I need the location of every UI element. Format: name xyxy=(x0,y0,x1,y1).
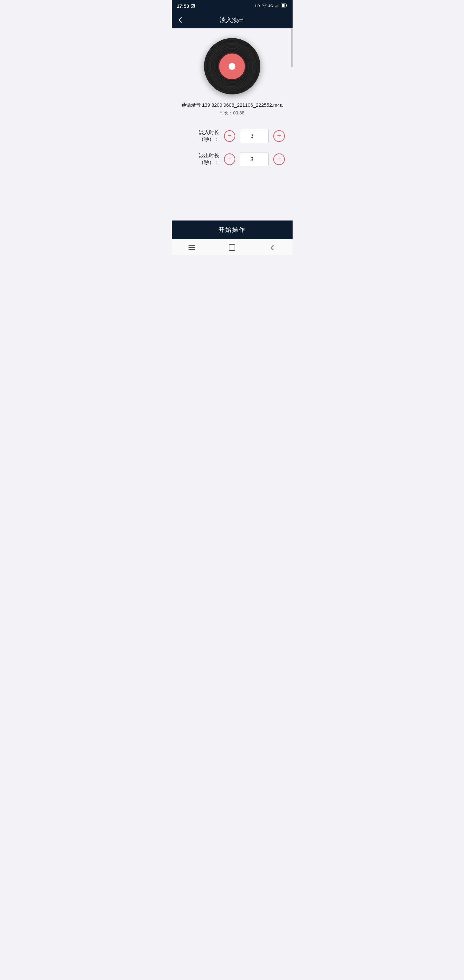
wifi-icon xyxy=(262,3,267,8)
status-time: 17:53 xyxy=(177,3,189,9)
fade-out-increment-button[interactable]: + xyxy=(273,153,284,165)
menu-icon xyxy=(189,245,195,250)
fade-out-input[interactable] xyxy=(240,152,269,166)
svg-rect-4 xyxy=(279,3,280,7)
file-duration: 时长：00:38 xyxy=(219,110,244,116)
vinyl-record-container xyxy=(204,38,261,94)
bottom-nav xyxy=(172,239,292,255)
network-label: 4G xyxy=(269,4,273,8)
status-bar: 17:53 🖼 HD 4G xyxy=(172,0,292,12)
fade-in-label: 淡入时长（秒）： xyxy=(180,129,220,143)
minus-icon: − xyxy=(227,132,232,139)
vinyl-record xyxy=(204,38,261,94)
file-name: 通话录音 139 8200 9608_221106_222552.m4a xyxy=(181,102,283,108)
menu-nav-button[interactable] xyxy=(184,242,200,253)
svg-rect-0 xyxy=(275,6,275,7)
fade-in-row: 淡入时长（秒）： − + xyxy=(180,129,285,143)
status-left: 17:53 🖼 xyxy=(177,3,195,9)
fade-out-row: 淡出时长（秒）： − + xyxy=(180,152,285,166)
fade-in-increment-button[interactable]: + xyxy=(273,130,284,142)
vinyl-center-hole xyxy=(230,64,234,68)
svg-rect-1 xyxy=(276,5,276,7)
hd-label: HD xyxy=(255,4,260,8)
back-nav-icon xyxy=(269,244,276,251)
fade-in-input[interactable] xyxy=(240,129,269,143)
battery-icon xyxy=(281,3,288,8)
svg-rect-2 xyxy=(277,5,277,7)
home-icon xyxy=(229,244,235,251)
signal-icon xyxy=(275,3,280,8)
controls-container: 淡入时长（秒）： − + 淡出时长（秒）： − + xyxy=(180,129,285,175)
back-nav-button[interactable] xyxy=(264,242,280,253)
fade-in-decrement-button[interactable]: − xyxy=(224,130,235,142)
page-title: 淡入淡出 xyxy=(220,16,244,24)
plus-icon: + xyxy=(277,132,281,139)
fade-out-label: 淡出时长（秒）： xyxy=(180,153,220,166)
svg-rect-3 xyxy=(278,4,278,7)
minus-icon-2: − xyxy=(227,155,232,162)
svg-rect-6 xyxy=(281,4,284,7)
content-area: 通话录音 139 8200 9608_221106_222552.m4a 时长：… xyxy=(172,29,292,221)
fade-out-decrement-button[interactable]: − xyxy=(224,153,235,165)
start-button-label: 开始操作 xyxy=(218,226,246,234)
action-bar[interactable]: 开始操作 xyxy=(172,221,292,239)
vinyl-label xyxy=(219,54,245,79)
scrollbar-indicator xyxy=(291,29,292,67)
photo-icon: 🖼 xyxy=(191,3,195,8)
navbar: 淡入淡出 xyxy=(172,12,292,29)
plus-icon-2: + xyxy=(277,155,281,162)
status-right: HD 4G xyxy=(255,3,288,8)
back-button[interactable] xyxy=(177,16,184,24)
home-nav-button[interactable] xyxy=(224,242,240,253)
